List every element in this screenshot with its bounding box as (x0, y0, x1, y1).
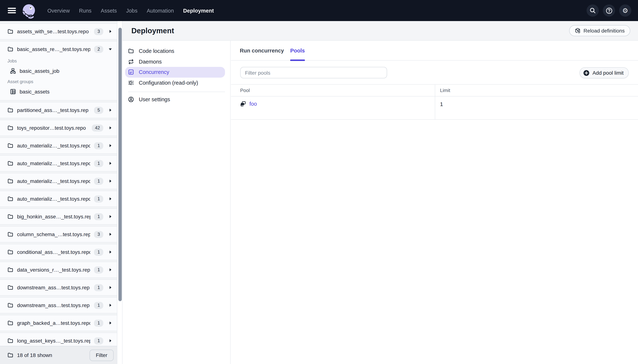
chevron-right-icon[interactable] (107, 162, 114, 165)
repo-row[interactable]: basic_assets_re…_test.toys.rep2 (0, 42, 117, 57)
settings-nav-item-label: Code locations (139, 48, 174, 54)
repo-row[interactable]: assets_with_se…test.toys.repo3 (0, 24, 117, 39)
folder-icon (8, 125, 13, 131)
user-icon (128, 97, 134, 102)
repo-row[interactable]: column_schema_…test.toys.rep3 (0, 226, 117, 242)
asset-group-item-label: basic_assets (20, 88, 50, 94)
nav-link-automation[interactable]: Automation (147, 8, 174, 14)
repo-card: toys_repositor…test.toys.repo42 (0, 120, 117, 136)
settings-nav-item-code[interactable]: Code locations (125, 46, 225, 56)
repo-list-panel: assets_with_se…test.toys.repo3basic_asse… (0, 21, 117, 364)
repo-row[interactable]: graph_backed_a…test.toys.repo1 (0, 315, 117, 331)
repo-name: partitioned_ass…_test.toys.rep (17, 107, 91, 113)
settings-gear-icon[interactable]: ⚙ (619, 4, 631, 17)
chevron-right-icon[interactable] (107, 250, 114, 254)
asset-repo-sidebar: assets_with_se…test.toys.repo3basic_asse… (0, 21, 122, 364)
chevron-right-icon[interactable] (107, 304, 114, 307)
chevron-right-icon[interactable] (107, 286, 114, 289)
repo-name: downstream_ass…test.toys.rep (17, 302, 91, 308)
sidebar-footer: 18 of 18 shown Filter (0, 346, 117, 364)
repo-name: conditional_ass…_test.toys.repo (17, 249, 91, 255)
folder-icon (8, 214, 13, 220)
folder-icon (8, 28, 13, 34)
repo-name: graph_backed_a…test.toys.repo (17, 320, 91, 326)
concurrency-tabs: Run concurrencyPools (231, 41, 638, 60)
tab-pools[interactable]: Pools (290, 41, 305, 60)
settings-nav-item-label: Concurrency (139, 69, 169, 75)
repo-row[interactable]: partitioned_ass…_test.toys.rep5 (0, 102, 117, 118)
chevron-right-icon[interactable] (107, 233, 114, 236)
repo-name: big_honkin_asse…_test.toys.rep (17, 214, 91, 220)
repo-row[interactable]: data_versions_r…_test.toys.rep1 (0, 262, 117, 278)
tab-run-concurrency[interactable]: Run concurrency (240, 41, 284, 60)
repo-row[interactable]: auto_materializ…_test.toys.repo1 (0, 191, 117, 206)
asset-group-icon (10, 88, 16, 94)
chevron-right-icon[interactable] (107, 109, 114, 112)
filter-pools-input[interactable] (240, 67, 387, 78)
folder-icon (8, 160, 13, 166)
add-pool-limit-label: Add pool limit (592, 70, 623, 76)
settings-nav-item-user-settings[interactable]: User settings (125, 94, 225, 105)
settings-nav-item-configuration[interactable]: Configuration (read-only) (125, 78, 225, 88)
add-pool-limit-button[interactable]: Add pool limit (579, 67, 629, 78)
chevron-right-icon[interactable] (107, 322, 114, 324)
folder-icon (8, 46, 13, 52)
repo-row[interactable]: toys_repositor…test.toys.repo42 (0, 120, 117, 136)
asset-count-badge: 1 (94, 213, 103, 220)
column-header-limit: Limit (435, 85, 638, 96)
chevron-right-icon[interactable] (107, 268, 114, 271)
filter-button[interactable]: Filter (90, 350, 114, 361)
repo-row[interactable]: auto_materializ…_test.toys.repo1 (0, 173, 117, 189)
folder-icon (8, 107, 13, 113)
folder-icon (8, 352, 13, 358)
asset-count-badge: 1 (94, 248, 103, 256)
folder-icon (8, 338, 13, 344)
repo-row[interactable]: auto_materializ…_test.toys.repo1 (0, 156, 117, 171)
nav-link-deployment[interactable]: Deployment (183, 8, 214, 14)
chevron-right-icon[interactable] (107, 30, 114, 33)
repo-row[interactable]: auto_materializ…_test.toys.repo1 (0, 138, 117, 153)
repo-card: column_schema_…test.toys.rep3 (0, 226, 117, 242)
settings-nav-item-concurrency[interactable]: Concurrency (125, 67, 225, 78)
search-icon[interactable] (586, 4, 599, 17)
chevron-right-icon[interactable] (107, 144, 114, 147)
repo-card: big_honkin_asse…_test.toys.rep1 (0, 208, 117, 225)
repo-row[interactable]: downstream_ass…test.toys.rep1 (0, 298, 117, 313)
folder-icon (8, 302, 13, 308)
job-item[interactable]: basic_assets_job (8, 66, 113, 76)
concurrency-content: Run concurrencyPools Add pool limit Pool… (231, 41, 638, 364)
dagster-logo-icon[interactable] (22, 3, 36, 20)
repo-card: auto_materializ…_test.toys.repo1 (0, 191, 117, 207)
reload-definitions-button[interactable]: Reload definitions (569, 25, 630, 36)
nav-link-assets[interactable]: Assets (101, 8, 117, 14)
asset-group-item[interactable]: basic_assets (8, 86, 113, 96)
help-icon[interactable] (603, 4, 615, 17)
settings-nav-item-daemons[interactable]: Daemons (125, 56, 225, 67)
repo-card: data_versions_r…_test.toys.rep1 (0, 262, 117, 278)
chevron-right-icon[interactable] (107, 339, 114, 342)
chevron-right-icon[interactable] (107, 215, 114, 218)
repo-name: toys_repositor…test.toys.repo (17, 125, 88, 131)
chevron-right-icon[interactable] (107, 180, 114, 182)
repo-card: graph_backed_a…test.toys.repo1 (0, 315, 117, 331)
repo-row[interactable]: downstream_ass…test.toys.rep1 (0, 280, 117, 295)
pool-table-row: foo1 (231, 96, 638, 120)
settings-nav-item-label: Configuration (read-only) (139, 80, 198, 86)
asset-count-badge: 1 (94, 178, 103, 184)
repo-card: assets_with_se…test.toys.repo3 (0, 23, 117, 40)
asset-count-badge: 1 (94, 195, 103, 202)
nav-link-jobs[interactable]: Jobs (126, 8, 137, 14)
repo-row[interactable]: conditional_ass…_test.toys.repo1 (0, 244, 117, 260)
chevron-right-icon[interactable] (107, 197, 114, 200)
chevron-right-icon[interactable] (107, 126, 114, 129)
pool-link[interactable]: foo (250, 101, 257, 107)
sidebar-scrollbar[interactable] (118, 28, 122, 301)
asset-count-badge: 42 (92, 124, 103, 131)
nav-link-runs[interactable]: Runs (79, 8, 92, 14)
repo-row[interactable]: big_honkin_asse…_test.toys.rep1 (0, 209, 117, 224)
folder-icon (128, 48, 134, 54)
chevron-down-icon[interactable] (107, 48, 114, 50)
repo-expanded-content: Jobsbasic_assets_jobAsset groupsbasic_as… (0, 58, 117, 100)
hamburger-menu-icon[interactable] (8, 8, 16, 13)
nav-link-overview[interactable]: Overview (47, 8, 70, 14)
